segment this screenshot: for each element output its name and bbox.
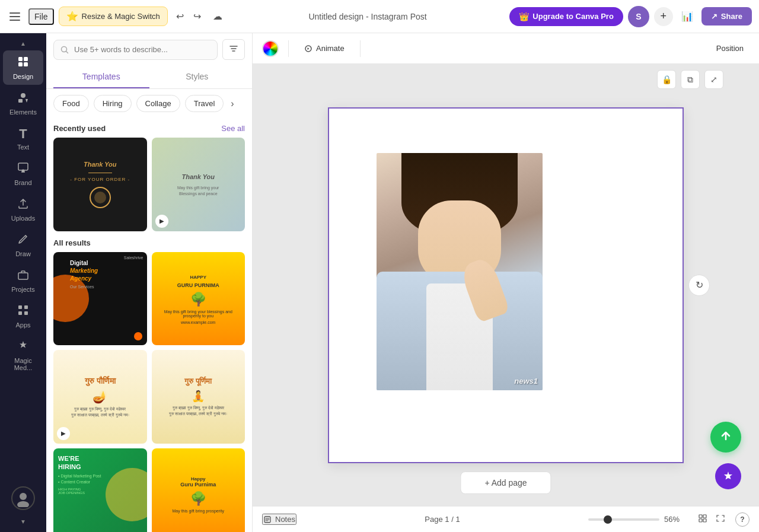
topbar: File ⭐ Resize & Magic Switch ↩ ↪ ☁ Untit… xyxy=(0,0,759,33)
color-wheel[interactable] xyxy=(262,40,279,57)
all-results-title: All results xyxy=(53,238,91,247)
notes-icon xyxy=(263,515,272,524)
template-card-digital-marketing[interactable]: Digital Marketing Agency Our Services Sa… xyxy=(53,252,147,346)
sidebar-item-projects[interactable]: Projects xyxy=(3,263,43,298)
fullscreen-button[interactable] xyxy=(713,512,728,527)
sidebar-item-elements[interactable]: Elements xyxy=(3,86,43,120)
design-title: Untitled design - Instagram Post xyxy=(308,12,426,21)
chip-hiring[interactable]: Hiring xyxy=(94,95,132,112)
redo-button[interactable]: ↪ xyxy=(190,7,205,26)
sidebar-magic-label: Magic Med... xyxy=(5,357,41,371)
sidebar-brand-label: Brand xyxy=(14,179,31,186)
page-info: Page 1 / 1 xyxy=(425,515,460,524)
share-button[interactable]: ↗ Share xyxy=(701,7,752,26)
expand-button[interactable]: ⤢ xyxy=(704,70,723,89)
view-buttons xyxy=(695,512,728,527)
magic-media-icon xyxy=(17,339,30,355)
sidebar-item-uploads[interactable]: Uploads xyxy=(3,192,43,227)
sidebar-item-apps[interactable]: Apps xyxy=(3,299,43,333)
svg-rect-14 xyxy=(24,311,28,315)
template-card-guru-purnima-2[interactable]: गुरु पौर्णिमा 🪔 गुरु ब्रह्मा गुरु विष्णु… xyxy=(53,350,147,444)
search-icon xyxy=(60,45,69,55)
undo-button[interactable]: ↩ xyxy=(173,7,187,26)
bottom-avatar[interactable] xyxy=(11,486,35,510)
lock-button[interactable]: 🔒 xyxy=(657,70,676,89)
sidebar-item-text[interactable]: T Text xyxy=(3,122,43,155)
sidebar-item-brand[interactable]: Brand xyxy=(3,157,43,191)
svg-rect-0 xyxy=(18,57,23,61)
add-button[interactable]: + xyxy=(654,7,673,26)
add-page-button[interactable]: + Add page xyxy=(460,472,551,494)
filter-button[interactable] xyxy=(222,39,245,60)
zoom-slider[interactable] xyxy=(588,518,659,521)
grid-view-button[interactable] xyxy=(695,512,710,527)
sidebar-apps-label: Apps xyxy=(15,321,30,329)
chip-food[interactable]: Food xyxy=(53,95,89,112)
filter-icon xyxy=(229,44,238,53)
template-card-guru-purnima-1[interactable]: HAPPY GURU PURNIMA 🌳 May this gift bring… xyxy=(152,252,245,346)
design-canvas[interactable]: news1 ↻ xyxy=(328,107,684,463)
projects-icon xyxy=(17,268,30,284)
magic-button[interactable] xyxy=(715,463,741,489)
tab-styles[interactable]: Styles xyxy=(149,66,245,88)
notes-button[interactable]: Notes xyxy=(262,514,296,525)
panel-search xyxy=(46,33,252,66)
sparkle-icon xyxy=(722,470,734,482)
sidebar-draw-label: Draw xyxy=(15,250,31,257)
template-card-hiring[interactable]: WE'RE HIRING • Digital Marketing Post• C… xyxy=(53,448,147,533)
analytics-button[interactable]: 📊 xyxy=(678,7,697,26)
svg-rect-3 xyxy=(24,62,28,66)
tab-templates[interactable]: Templates xyxy=(53,66,149,88)
see-all-link[interactable]: See all xyxy=(221,124,245,133)
template-card-guru-purnima-4[interactable]: Happy Guru Purnima 🌳 May this gift bring… xyxy=(152,448,245,533)
panel-tabs: Templates Styles xyxy=(46,66,252,89)
animate-button[interactable]: Animate xyxy=(298,40,350,56)
undo-redo-group: ↩ ↪ xyxy=(173,7,205,26)
user-avatar-button[interactable]: S xyxy=(628,6,649,27)
share-icon: ↗ xyxy=(711,12,717,21)
fullscreen-icon xyxy=(716,514,725,523)
animate-icon xyxy=(304,44,312,53)
design-icon xyxy=(17,55,30,71)
zoom-control: 56% xyxy=(588,515,688,524)
chip-collage[interactable]: Collage xyxy=(136,95,180,112)
sidebar-projects-label: Projects xyxy=(11,286,35,293)
canvas-image[interactable]: news1 xyxy=(377,153,543,390)
zoom-label: 56% xyxy=(664,515,688,524)
template-card-guru-purnima-3[interactable]: गुरु पूर्णिमा 🧘 गुरु ब्रह्मा गुरु विष्णु… xyxy=(152,350,245,444)
svg-rect-20 xyxy=(699,515,702,518)
resize-magic-button[interactable]: ⭐ Resize & Magic Switch xyxy=(59,7,168,26)
all-results-grid: Digital Marketing Agency Our Services Sa… xyxy=(53,252,245,533)
chips-more-button[interactable]: › xyxy=(228,95,236,112)
scroll-up-indicator: ▲ xyxy=(18,38,28,49)
sidebar-item-design[interactable]: Design xyxy=(3,50,43,85)
svg-rect-12 xyxy=(24,305,28,309)
sidebar-item-draw[interactable]: Draw xyxy=(3,228,43,262)
grid-icon xyxy=(699,514,707,523)
svg-point-15 xyxy=(20,493,27,500)
bottom-bar: Notes Page 1 / 1 56% xyxy=(253,506,759,532)
hamburger-menu-icon[interactable] xyxy=(7,8,24,25)
save-cloud-button[interactable]: ☁ xyxy=(209,7,226,26)
search-input[interactable] xyxy=(74,45,211,54)
upgrade-button[interactable]: 👑 Upgrade to Canva Pro xyxy=(509,7,623,26)
brand-icon xyxy=(17,161,30,177)
duplicate-button[interactable]: ⧉ xyxy=(681,70,700,89)
file-button[interactable]: File xyxy=(28,8,54,25)
position-button[interactable]: Position xyxy=(710,40,750,56)
canvas-scroll[interactable]: 🔒 ⧉ ⤢ xyxy=(253,64,759,506)
template-card-thank-you-1[interactable]: Thank You - FOR YOUR ORDER - xyxy=(53,138,147,231)
help-button[interactable]: ? xyxy=(735,512,750,527)
template-card-thank-you-2[interactable]: Thank You May this gift bring yourBlessi… xyxy=(152,138,245,231)
svg-rect-7 xyxy=(18,163,28,170)
green-action-button[interactable] xyxy=(710,422,741,453)
topbar-right: 👑 Upgrade to Canva Pro S + 📊 ↗ Share xyxy=(509,6,752,27)
svg-rect-11 xyxy=(18,305,22,309)
svg-point-16 xyxy=(17,501,29,507)
chip-travel[interactable]: Travel xyxy=(185,95,224,112)
sidebar-item-magic-media[interactable]: Magic Med... xyxy=(3,335,43,376)
canvas-refresh-button[interactable]: ↻ xyxy=(688,275,710,296)
secondary-toolbar: Animate Position xyxy=(253,33,759,64)
apps-icon xyxy=(17,304,30,320)
arrow-icon xyxy=(719,431,732,444)
